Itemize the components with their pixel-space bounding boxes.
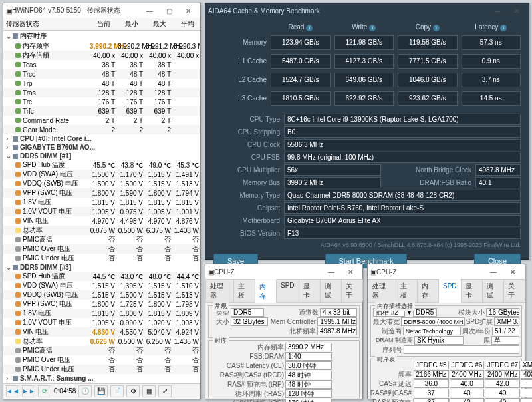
tab-5[interactable]: 测试 [482, 279, 504, 302]
sensor-row[interactable]: VIN 电压4.970 V4.495 V4.970 V4.876 V [3, 216, 200, 226]
sensor-group[interactable]: ⌄DDR5 DIMM [#1] [3, 152, 200, 160]
sensor-row[interactable]: 内存频率3,990.2 MHz3,990.2 MHz3,991.2 MHz3,9… [3, 41, 200, 51]
tab-2[interactable]: 内存 [417, 279, 439, 302]
sensor-group[interactable]: ›GIGABYTE B760M AO... [3, 143, 200, 152]
info-icon[interactable]: i [369, 25, 376, 31]
aida-titlebar[interactable]: AIDA64 Cache & Memory Benchmark — ✕ [205, 3, 529, 18]
cpuz-titlebar[interactable]: ▣ CPU-Z —✕ [368, 264, 525, 279]
sensor-row[interactable]: PMIC Under 电压否否否否 [3, 365, 200, 374]
tab-6[interactable]: 关于 [503, 279, 525, 302]
dram-label: DRAM 制造商 [373, 336, 413, 345]
sensor-row[interactable]: Trcd48 T48 T48 T [3, 69, 200, 79]
sensor-row[interactable]: VDDQ (SWB) 电压1.500 V1.500 V1.515 V1.513 … [3, 179, 200, 188]
col-max[interactable]: 最大 [146, 19, 174, 29]
sensor-row[interactable]: PMIC Over 电压否否否否 [3, 244, 200, 254]
info-row: CPU Type8C+16c Intel Core i9-13900KS (Ra… [213, 114, 521, 125]
sensor-row[interactable]: VDD (SWA) 电压1.515 V1.395 V1.515 V1.510 V [3, 281, 200, 290]
sensor-row[interactable]: Command Rate2 T2 T2 T [3, 116, 200, 125]
sensor-row[interactable]: 1.0V VOUT 电压1.005 V0.975 V1.005 V1.001 V [3, 207, 200, 216]
sensor-row[interactable]: Trp48 T48 T48 T [3, 79, 200, 88]
info-row: MotherboardGigabyte B760M Aorus Elite AX [213, 215, 521, 226]
sensor-row[interactable]: 1.0V VOUT 电压1.005 V0.990 V1.020 V1.003 V [3, 318, 200, 327]
dram-value: SK Hynix [414, 336, 464, 345]
tab-2[interactable]: 内存 [255, 280, 277, 303]
info-icon[interactable]: i [306, 25, 313, 31]
legend-timings-table: 时序表 [375, 355, 397, 364]
tab-1[interactable]: 主板 [396, 279, 418, 302]
hwinfo-window: ▣ HWiNFO64 v7.50-5150 - 传感器状态 — ▢ ✕ 传感器状… [3, 3, 201, 399]
minimize-button[interactable]: — [484, 266, 503, 278]
col-sensor[interactable]: 传感器状态 [3, 19, 90, 29]
close-button[interactable]: ✕ [503, 266, 522, 278]
sensor-row[interactable]: 总功率0.875 W0.500 W6.375 W1.408 W [3, 226, 200, 235]
save-icon[interactable]: 💾 [94, 385, 108, 397]
expand-icon[interactable]: ⤢ [158, 385, 172, 397]
tab-0[interactable]: 处理器 [368, 279, 396, 302]
tab-5[interactable]: 测试 [320, 279, 342, 302]
sensor-row[interactable]: VDDQ (SWB) 电压1.515 V1.500 V1.515 V1.513 … [3, 290, 200, 300]
sensor-group[interactable]: ⌄内存时序 [3, 31, 200, 41]
tab-6[interactable]: 关于 [341, 279, 363, 302]
sensor-row[interactable]: Tcas38 T38 T38 T [3, 60, 200, 69]
settings-icon[interactable]: ⚙ [126, 385, 140, 397]
spd-cell: 40.0 [450, 379, 485, 388]
sensor-row[interactable]: Gear Mode222 [3, 125, 200, 134]
col-avg[interactable]: 平均 [174, 19, 201, 29]
sensor-row[interactable]: 1.8V 电压1.815 V1.800 V1.815 V1.809 V [3, 309, 200, 318]
sensor-row[interactable]: PMIC高温否否否否 [3, 235, 200, 244]
spd-cell: 40 [485, 389, 520, 397]
close-button[interactable]: ✕ [507, 5, 526, 17]
sensor-group[interactable]: ›CPU [#0]: Intel Core i... [3, 134, 200, 143]
tab-3[interactable]: SPD [438, 280, 462, 303]
hwinfo-titlebar[interactable]: ▣ HWiNFO64 v7.50-5150 - 传感器状态 — ▢ ✕ [3, 3, 200, 18]
sensor-row[interactable]: SPD Hub 温度44.5 ℃43.0 ℃48.0 ℃44.4 ℃ [3, 272, 200, 281]
cpuz-icon: ▣ [208, 268, 214, 276]
sensor-row[interactable]: VPP (SWC) 电压1.800 V1.725 V1.800 V1.798 V [3, 300, 200, 309]
clock-icon[interactable]: 🕓 [78, 385, 92, 397]
sensor-group[interactable]: ›S.M.A.R.T.: Samsung ... [3, 374, 200, 383]
sensor-row[interactable]: PMIC Over 电压否否否否 [3, 355, 200, 365]
info-row: CPU SteppingB0 [213, 126, 521, 138]
refresh-button[interactable]: ⟳ [38, 385, 51, 397]
maximize-button[interactable]: ▢ [160, 5, 178, 17]
info-icon[interactable]: i [433, 25, 440, 31]
nav-fwd-button[interactable]: ►► [22, 385, 35, 397]
spd-row-label: CAS# 延迟 [373, 379, 413, 388]
sensor-group[interactable]: ⌄DDR5 DIMM [#3] [3, 263, 200, 272]
minimize-button[interactable]: — [488, 5, 507, 17]
sensor-row[interactable]: 总功率0.625 W0.500 W6.250 W1.436 W [3, 337, 200, 346]
sensor-row[interactable]: VIN 电压4.830 V4.550 V5.040 V4.924 V [3, 327, 200, 337]
log-icon[interactable]: 📄 [110, 385, 124, 397]
minimize-button[interactable]: — [322, 266, 340, 278]
sensor-row[interactable]: Tras128 T128 T128 T [3, 88, 200, 97]
tab-4[interactable]: 显卡 [461, 279, 483, 302]
sensor-row[interactable]: Trc176 T176 T176 T [3, 97, 200, 106]
info-icon[interactable]: i [500, 25, 507, 31]
pn-value [404, 345, 519, 354]
minimize-button[interactable]: — [140, 5, 159, 17]
sensor-row[interactable]: VDD (SWA) 电压1.500 V1.170 V1.515 V1.491 V [3, 170, 200, 179]
timing-row: RAS#到CAS# (tRCD)48 时钟 [211, 371, 357, 379]
maxbw-value: DDR5-8000 (4000 MHz) [401, 317, 465, 326]
sensor-row[interactable]: 内存倍频40.00 x40.00 x40.00 x40.00 x [3, 51, 200, 60]
cpuz-tabs: 处理器主板内存SPD显卡测试关于 [205, 279, 362, 303]
nav-back-button[interactable]: ◄◄ [6, 385, 19, 397]
sensor-row[interactable]: VPP (SWC) 电压1.800 V1.590 V1.800 V1.794 V [3, 188, 200, 198]
tab-4[interactable]: 显卡 [299, 279, 321, 302]
tab-3[interactable]: SPD [276, 279, 299, 302]
col-current[interactable]: 当前 [90, 19, 118, 29]
layout-icon[interactable]: ▦ [142, 385, 156, 397]
col-min[interactable]: 最小 [118, 19, 146, 29]
sensor-row[interactable]: Trfc639 T639 T639 T [3, 106, 200, 116]
sensor-row[interactable]: SPD Hub 温度45.5 ℃43.8 ℃49.0 ℃45.3 ℃ [3, 160, 200, 170]
close-button[interactable]: ✕ [179, 5, 198, 17]
sensor-row[interactable]: 1.8V 电压1.815 V1.815 V1.815 V1.815 V [3, 198, 200, 207]
cpuz-titlebar[interactable]: ▣ CPU-Z —✕ [205, 264, 362, 279]
tab-1[interactable]: 主板 [233, 279, 255, 302]
tab-0[interactable]: 处理器 [205, 279, 234, 302]
close-button[interactable]: ✕ [341, 266, 360, 278]
sensor-row[interactable]: PMIC Under 电压否否否否 [3, 254, 200, 263]
sensor-row[interactable]: PMIC高温否否否否 [3, 346, 200, 355]
hwinfo-body[interactable]: ⌄内存时序内存频率3,990.2 MHz3,990.2 MHz3,991.2 M… [3, 31, 200, 383]
spd-th: JEDEC #6 [450, 361, 485, 369]
